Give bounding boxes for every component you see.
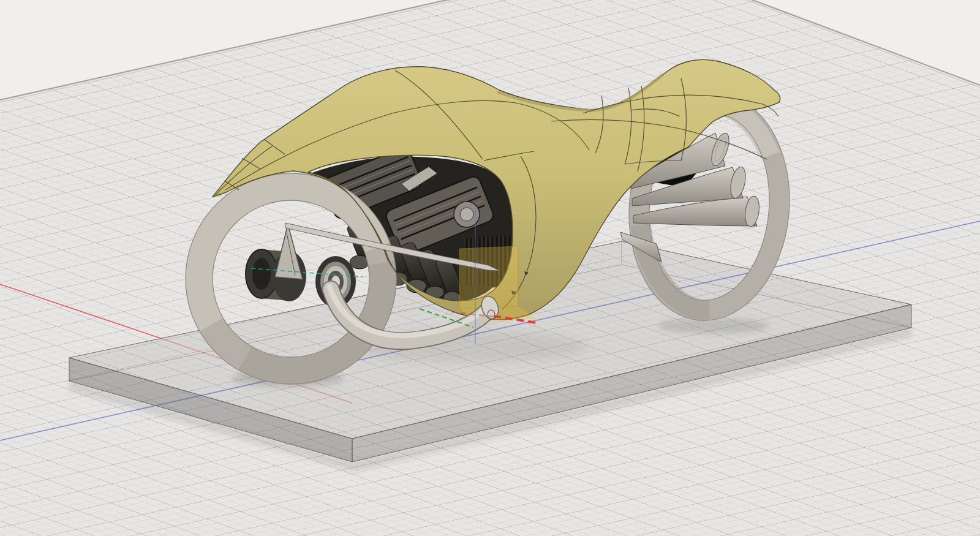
scene-svg [0,0,980,536]
viewport-canvas[interactable] [0,0,980,536]
engine-end-cap-inner [460,208,473,221]
